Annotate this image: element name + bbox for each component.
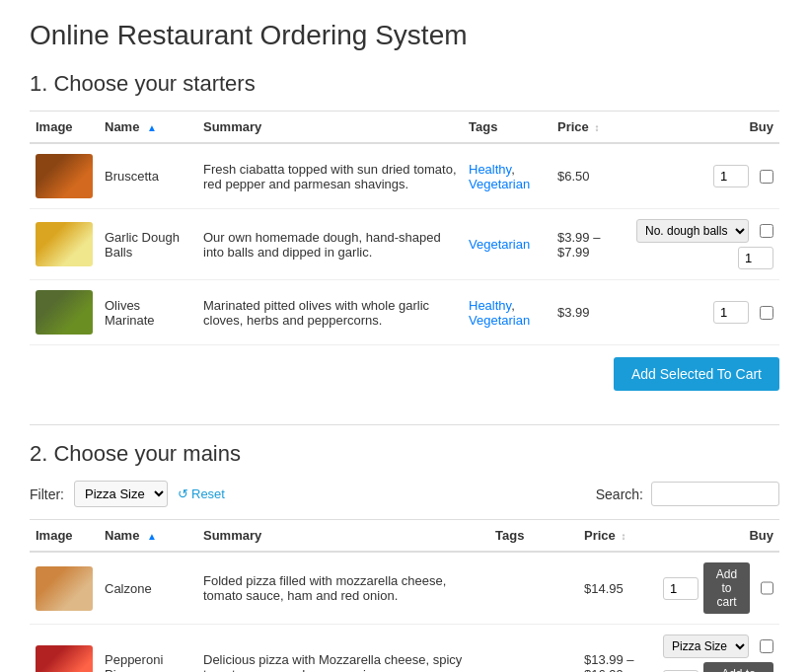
mains-item-tags [489,625,578,673]
section-divider [30,424,779,425]
tag-link[interactable]: Healthy [469,162,511,177]
starters-item-name: Olives Marinate [99,280,197,345]
mains-row: Pepperoni PizzaDelicious pizza with Mozz… [30,625,779,673]
starters-item-buy: No. dough balls [630,209,779,280]
mains-price-sort-icon: ↕ [621,531,625,542]
starters-item-summary: Marinated pitted olives with whole garli… [197,280,463,345]
mains-heading: 2. Choose your mains [30,441,779,467]
starters-col-tags: Tags [463,112,552,144]
starter-item-checkbox[interactable] [760,170,773,184]
mains-item-summary: Folded pizza filled with mozzarella chee… [197,552,489,625]
mains-item-buy: Add to cart [657,552,779,625]
add-to-cart-button[interactable]: Add to cart [703,562,750,614]
starters-col-price[interactable]: Price ↕ [552,112,630,144]
filter-select[interactable]: Pizza Size [74,481,168,507]
mains-item-price: $13.99 – $16.99 [578,625,657,673]
starters-item-buy [630,280,779,345]
starters-item-name: Garlic Dough Balls [99,209,197,280]
starters-item-name: Bruscetta [99,143,197,209]
starter-item-checkbox[interactable] [760,306,773,320]
search-input[interactable] [651,482,779,506]
mains-col-tags: Tags [489,520,578,553]
starters-row: Garlic Dough BallsOur own homemade dough… [30,209,779,280]
search-label: Search: [596,486,643,502]
mains-col-image: Image [30,520,99,553]
search-area: Search: [596,482,779,506]
mains-name-sort-icon: ▲ [147,531,157,542]
mains-col-buy: Buy [657,520,779,553]
starters-col-image: Image [30,112,99,144]
price-sort-icon: ↕ [594,122,599,133]
starters-row: Olives MarinateMarinated pitted olives w… [30,280,779,345]
mains-col-summary: Summary [197,520,489,553]
mains-table: Image Name ▲ Summary Tags Price ↕ Buy Ca… [30,519,779,672]
starters-table: Image Name ▲ Summary Tags Price ↕ Buy Br… [30,111,779,345]
starters-item-image [30,209,99,280]
starters-col-name[interactable]: Name ▲ [99,112,197,144]
starters-col-summary: Summary [197,112,463,144]
mains-item-checkbox[interactable] [761,581,773,595]
starters-item-image [30,280,99,345]
mains-item-name: Pepperoni Pizza [99,625,197,673]
tag-link[interactable]: Vegetarian [469,177,530,191]
starters-item-tags: Vegetarian [463,209,552,280]
starters-item-tags: Healthy, Vegetarian [463,280,552,345]
reset-label: Reset [191,486,225,501]
mains-item-price: $14.95 [578,552,657,625]
starter-qty-input[interactable] [713,301,749,324]
add-selected-to-cart-button[interactable]: Add Selected To Cart [614,357,779,391]
starter-item-checkbox[interactable] [760,224,773,238]
starters-item-buy [630,143,779,209]
starters-row: BruscettaFresh ciabatta topped with sun … [30,143,779,209]
starters-item-tags: Healthy, Vegetarian [463,143,552,209]
mains-col-name[interactable]: Name ▲ [99,520,197,553]
starter-qty-input[interactable] [738,247,773,269]
mains-item-image [30,552,99,625]
pizza-size-select[interactable]: Pizza Size [663,635,749,658]
tag-link[interactable]: Vegetarian [469,313,530,328]
mains-col-price[interactable]: Price ↕ [578,520,657,553]
starters-item-price: $3.99 [552,280,630,345]
page-title: Online Restaurant Ordering System [30,20,779,51]
starters-col-buy: Buy [630,112,779,144]
tag-link[interactable]: Healthy [469,298,511,313]
add-to-cart-button[interactable]: Add to cart [703,662,773,672]
starters-item-summary: Our own homemade dough, hand-shaped into… [197,209,463,280]
starters-item-price: $6.50 [552,143,630,209]
name-sort-icon: ▲ [147,122,157,133]
mains-table-header: Image Name ▲ Summary Tags Price ↕ Buy [30,520,779,553]
mains-row: CalzoneFolded pizza filled with mozzarel… [30,552,779,625]
mains-qty-input[interactable] [663,577,699,600]
mains-item-buy: Pizza SizeAdd to cart [657,625,779,673]
mains-item-image [30,625,99,673]
dough-balls-select[interactable]: No. dough balls [636,219,749,243]
mains-item-name: Calzone [99,552,197,625]
starters-item-price: $3.99 – $7.99 [552,209,630,280]
filter-label: Filter: [30,486,64,502]
starters-section: 1. Choose your starters Image Name ▲ Sum… [30,71,779,401]
tag-link[interactable]: Vegetarian [469,237,530,252]
starters-actions: Add Selected To Cart [30,357,779,401]
reset-link[interactable]: ↺ Reset [178,486,225,501]
mains-item-tags [489,552,578,625]
filter-row: Filter: Pizza Size ↺ Reset Search: [30,481,779,507]
mains-item-summary: Delicious pizza with Mozzarella cheese, … [197,625,489,673]
mains-section: 2. Choose your mains Filter: Pizza Size … [30,441,779,672]
starters-heading: 1. Choose your starters [30,71,779,97]
starters-item-summary: Fresh ciabatta topped with sun dried tom… [197,143,463,209]
mains-item-checkbox[interactable] [760,639,773,653]
starters-item-image [30,143,99,209]
starters-table-header: Image Name ▲ Summary Tags Price ↕ Buy [30,112,779,144]
reset-icon: ↺ [178,486,188,501]
starter-qty-input[interactable] [713,165,749,187]
